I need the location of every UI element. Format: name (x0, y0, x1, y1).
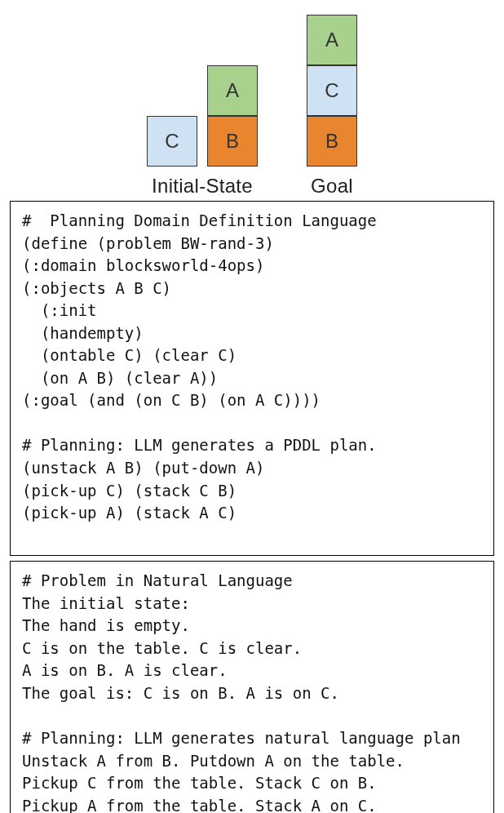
code-line: The hand is empty. (22, 615, 482, 638)
block-stack: BA (207, 65, 258, 167)
code-line: # Planning: LLM generates a PDDL plan. (22, 434, 482, 457)
code-line: A is on B. A is clear. (22, 660, 482, 682)
code-line (22, 412, 482, 435)
code-line: (handempty) (22, 322, 482, 345)
code-line: (ontable C) (clear C) (22, 344, 482, 367)
block-b: B (207, 116, 258, 167)
code-line: C is on the table. C is clear. (22, 638, 482, 660)
natural-language-code-box: # Problem in Natural LanguageThe initial… (10, 561, 494, 813)
code-line: (:goal (and (on C B) (on A C)))) (22, 389, 482, 412)
code-line: # Problem in Natural Language (22, 570, 482, 593)
code-line: (unstack A B) (put-down A) (22, 457, 482, 480)
code-line: Pickup A from the table. Stack A on C. (22, 795, 482, 813)
goal-state-column: BCA Goal (307, 15, 357, 198)
goal-stacks: BCA (307, 15, 357, 167)
code-line: (on A B) (clear A)) (22, 367, 482, 390)
code-line: (define (problem BW-rand-3) (22, 233, 482, 255)
block-a: A (307, 15, 357, 65)
code-line: (:init (22, 300, 482, 322)
code-line: (pick-up A) (stack A C) (22, 502, 482, 525)
code-line: (:domain blocksworld-4ops) (22, 255, 482, 278)
initial-stacks: CBA (147, 65, 258, 167)
block-stack: C (147, 116, 197, 167)
block-b: B (307, 116, 357, 167)
initial-state-column: CBA Initial-State (147, 65, 258, 198)
code-line: # Planning Domain Definition Language (22, 210, 482, 233)
goal-state-label: Goal (311, 175, 353, 198)
code-line: (pick-up C) (stack C B) (22, 480, 482, 503)
code-line (22, 704, 482, 727)
code-line: (:objects A B C) (22, 278, 482, 300)
block-c: C (147, 116, 197, 167)
code-line: Pickup C from the table. Stack C on B. (22, 772, 482, 795)
code-line: # Planning: LLM generates natural langua… (22, 727, 482, 750)
block-stack: BCA (307, 15, 357, 167)
block-a: A (207, 65, 258, 116)
pddl-code-box: # Planning Domain Definition Language(de… (10, 201, 494, 556)
code-line: The initial state: (22, 593, 482, 615)
block-c: C (307, 65, 357, 116)
blocksworld-diagram: CBA Initial-State BCA Goal (10, 15, 494, 198)
initial-state-label: Initial-State (152, 175, 253, 198)
code-line: Unstack A from B. Putdown A on the table… (22, 750, 482, 773)
code-line: The goal is: C is on B. A is on C. (22, 682, 482, 705)
code-line (22, 525, 482, 548)
